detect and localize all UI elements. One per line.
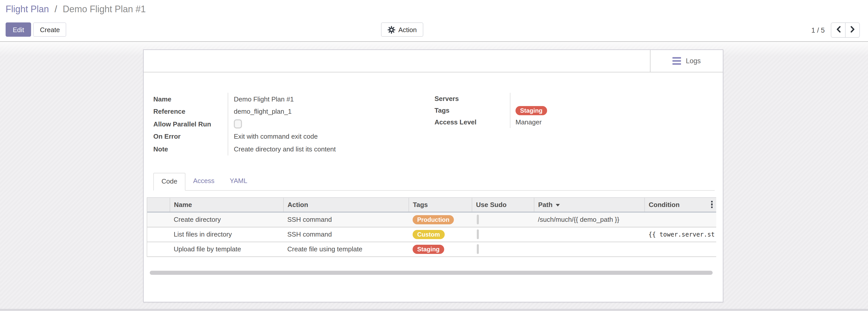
cell-name: Create directory [169,212,283,227]
pager: 1 / 5 [811,23,860,38]
handle-cell [147,242,169,256]
field-label-on-error: On Error [153,130,228,143]
pager-next-button[interactable] [845,23,859,37]
field-label-note: Note [153,143,228,155]
cell-name: Upload file by template [169,242,283,256]
table-header-row: Name Action Tags Use Sudo Path Condition [147,197,716,212]
cell-path [534,227,644,242]
tab-access[interactable]: Access [185,173,222,191]
labels-column: Servers Tags Access Level [435,93,510,128]
form-buttons: Edit Create [6,23,66,37]
allow-parallel-run-checkbox[interactable] [234,119,242,129]
action-button[interactable]: Action [381,23,423,37]
cell-tags: Production [408,212,472,227]
cell-tags: Staging [408,242,472,256]
logs-button[interactable]: Logs [650,50,723,72]
field-label-allow-parallel-run: Allow Parallel Run [153,118,228,130]
cell-path [534,242,644,256]
field-group-right: Servers Tags Access Level Staging Manage… [435,93,547,155]
control-panel: Flight Plan / Demo Flight Plan #1 Edit C… [0,0,868,42]
create-button[interactable]: Create [33,23,66,37]
field-value-name: Demo Flight Plan #1 [234,93,435,105]
form-fields: Name Reference Allow Parallel Run On Err… [153,93,723,155]
cell-name: List files in directory [169,227,283,242]
column-header-path[interactable]: Path [534,197,644,212]
command-lines-table: Name Action Tags Use Sudo Path Condition [147,197,716,257]
handle-cell [147,227,169,242]
content-area: Logs Name Reference Allow Parallel Run O… [0,42,868,309]
horizontal-scrollbar[interactable] [150,271,713,275]
cell-action: SSH command [283,212,408,227]
field-value-note: Create directory and list its content [234,143,435,155]
breadcrumb: Flight Plan / Demo Flight Plan #1 [6,4,146,15]
field-value-access-level: Manager [516,116,547,128]
cell-action: SSH command [283,227,408,242]
chevron-right-icon [850,26,855,34]
cell-tags: Custom [408,227,472,242]
pager-counter: 1 / 5 [811,26,825,34]
use-sudo-checkbox[interactable] [477,215,479,224]
field-label-name: Name [153,93,228,105]
form-card: Logs Name Reference Allow Parallel Run O… [143,50,723,302]
cell-path: /such/much/{{ demo_path }} [534,212,644,227]
labels-column: Name Reference Allow Parallel Run On Err… [153,93,228,155]
field-label-servers: Servers [435,93,510,105]
table-row[interactable]: Create directory SSH command Production … [147,212,716,227]
field-label-reference: Reference [153,105,228,118]
sort-desc-icon [556,204,560,206]
pager-buttons [831,23,860,38]
field-label-access-level: Access Level [435,116,510,128]
tag-custom: Custom [413,230,444,239]
use-sudo-checkbox[interactable] [477,229,479,239]
cell-use-sudo [472,212,534,227]
column-header-name[interactable]: Name [169,197,283,212]
cell-action: Create file using template [283,242,408,256]
edit-button[interactable]: Edit [6,23,31,37]
field-value-servers [516,93,547,105]
table-row[interactable]: List files in directory SSH command Cust… [147,227,716,242]
cell-condition [644,242,716,256]
cell-use-sudo [472,227,534,242]
optional-columns-icon[interactable] [711,201,713,208]
bottom-edge [0,309,868,311]
pager-previous-button[interactable] [831,23,845,37]
bars-icon [673,57,681,65]
table-row[interactable]: Upload file by template Create file usin… [147,242,716,256]
notebook-tabs: Code Access YAML [153,173,715,191]
breadcrumb-parent-link[interactable]: Flight Plan [6,4,49,14]
field-group-left: Name Reference Allow Parallel Run On Err… [153,93,435,155]
field-label-tags: Tags [435,105,510,116]
column-header-tags[interactable]: Tags [408,197,472,212]
cell-use-sudo [472,242,534,256]
handle-cell [147,212,169,227]
column-header-use-sudo[interactable]: Use Sudo [472,197,534,212]
tab-yaml[interactable]: YAML [222,173,255,191]
cell-condition: {{ tower.server.st [644,227,716,242]
tag-staging: Staging [516,106,547,115]
cell-condition [644,212,716,227]
field-value-reference: demo_flight_plan_1 [234,105,435,118]
card-header: Logs [144,50,723,73]
values-column: Demo Flight Plan #1 demo_flight_plan_1 E… [228,93,435,155]
column-header-action[interactable]: Action [283,197,408,212]
logs-button-label: Logs [686,57,701,65]
tag-staging: Staging [413,245,444,254]
action-button-label: Action [398,26,417,33]
gear-icon [388,26,395,33]
tab-code[interactable]: Code [153,173,185,191]
column-header-handle [147,197,169,212]
breadcrumb-current: Demo Flight Plan #1 [63,4,146,14]
values-column: Staging Manager [510,93,547,128]
chevron-left-icon [836,26,841,34]
page: Flight Plan / Demo Flight Plan #1 Edit C… [0,0,868,311]
field-value-on-error: Exit with command exit code [234,130,435,143]
breadcrumb-separator: / [55,4,57,14]
column-header-condition[interactable]: Condition [644,197,716,212]
tag-production: Production [413,215,454,224]
use-sudo-checkbox[interactable] [477,244,479,254]
